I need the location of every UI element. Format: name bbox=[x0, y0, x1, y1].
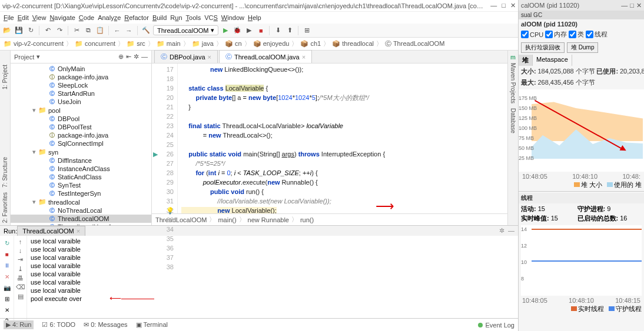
tab-maven[interactable]: Maven Projects bbox=[510, 61, 516, 106]
tree-item[interactable]: ⒸSleepLock bbox=[11, 81, 151, 89]
menu-analyze[interactable]: Analyze bbox=[98, 14, 121, 21]
close-icon[interactable]: ✕ bbox=[2, 305, 12, 315]
close-icon[interactable]: × bbox=[302, 54, 306, 61]
save-icon[interactable]: 💾 bbox=[14, 26, 24, 35]
breadcrumb-item[interactable]: 📦 cn bbox=[225, 40, 242, 48]
pause-icon[interactable]: ⏸ bbox=[2, 260, 12, 270]
menu-file[interactable]: FFileile bbox=[4, 14, 14, 21]
restore-icon[interactable]: ⊞ bbox=[2, 294, 12, 303]
tree-item[interactable]: ⒸInstanceAndClass bbox=[11, 165, 151, 173]
dump-icon[interactable]: 📷 bbox=[2, 283, 12, 292]
tab-database[interactable]: Database bbox=[510, 106, 516, 136]
editor-crumb-item[interactable]: new Runnable bbox=[248, 216, 289, 223]
visualgc-tab[interactable]: sual GC bbox=[519, 11, 644, 19]
exit-icon[interactable]: ⤫ bbox=[2, 272, 12, 281]
tree-item[interactable]: ⒸThreadLocalOOM bbox=[11, 215, 151, 223]
tree-item[interactable]: ⒸNoThreadLocal bbox=[11, 206, 151, 215]
chk-cpu[interactable]: CPU bbox=[521, 31, 543, 38]
print-icon[interactable]: 🖶 bbox=[17, 275, 24, 282]
chk-thread[interactable]: 线程 bbox=[586, 30, 608, 39]
menu-code[interactable]: Code bbox=[79, 14, 94, 21]
gear-icon[interactable]: ✲ bbox=[134, 53, 139, 61]
copy-icon[interactable]: ⧉ bbox=[84, 26, 93, 35]
console-output[interactable]: use local varaibleuse local varaibleuse … bbox=[27, 236, 518, 326]
menu-build[interactable]: Build bbox=[152, 14, 167, 21]
breadcrumb-item[interactable]: 📁 main bbox=[157, 40, 181, 48]
close-icon[interactable]: ✕ bbox=[636, 2, 642, 9]
breadcrumb-item[interactable]: 📦 threadlocal bbox=[332, 40, 374, 48]
vcs-update-icon[interactable]: ⬆ bbox=[285, 26, 294, 35]
gc-button[interactable]: 执行垃圾回收 bbox=[521, 42, 565, 53]
file-tab[interactable]: ⒸDBPool.java× bbox=[154, 50, 218, 63]
breadcrumb-item[interactable]: 📁 src bbox=[127, 40, 145, 48]
editor-crumb-item[interactable]: main() bbox=[218, 216, 236, 223]
down-icon[interactable]: ↓ bbox=[19, 247, 22, 254]
run-config-dropdown[interactable]: ThreadLocalOOM▾ bbox=[153, 25, 218, 35]
up-icon[interactable]: ↑ bbox=[19, 238, 22, 245]
gear-icon[interactable]: ✲ bbox=[499, 227, 504, 235]
tree-item[interactable]: ⒸDBPool bbox=[11, 115, 151, 123]
project-tree[interactable]: ⒸOnlyMainⓘpackage-info.javaⒸSleepLockⒸSt… bbox=[11, 63, 151, 225]
editor-crumb-item[interactable]: run() bbox=[300, 216, 314, 223]
undo-icon[interactable]: ↶ bbox=[43, 26, 52, 35]
tree-item[interactable]: ⒸOnlyMain bbox=[11, 65, 151, 73]
chk-mem[interactable]: 内存 bbox=[545, 30, 567, 39]
tab-favorites[interactable]: 2: Favorites bbox=[2, 190, 8, 225]
scroll-end-icon[interactable]: ⤓ bbox=[18, 265, 23, 273]
cut-icon[interactable]: ✂ bbox=[72, 26, 81, 35]
back-icon[interactable]: ← bbox=[112, 26, 122, 35]
redo-icon[interactable]: ↷ bbox=[55, 26, 64, 35]
scroll-from-icon[interactable]: ⊕ bbox=[118, 53, 124, 61]
minimize-icon[interactable]: — bbox=[490, 2, 497, 9]
build-icon[interactable]: 🔨 bbox=[141, 26, 151, 35]
breadcrumb-item[interactable]: 📁 concurrent bbox=[75, 40, 115, 48]
rerun-icon[interactable]: ↻ bbox=[2, 238, 12, 248]
tree-item[interactable]: ⒸTestIntegerSyn bbox=[11, 189, 151, 198]
forward-icon[interactable]: → bbox=[124, 26, 134, 35]
maximize-icon[interactable]: □ bbox=[630, 2, 634, 9]
wrap-icon[interactable]: ⇥ bbox=[18, 256, 23, 263]
maximize-icon[interactable]: □ bbox=[502, 2, 506, 9]
clear-icon[interactable]: ⌫ bbox=[16, 283, 25, 291]
file-tab[interactable]: ⒸThreadLocalOOM.java× bbox=[219, 50, 312, 63]
tree-item[interactable]: ⒸStartAndRun bbox=[11, 89, 151, 98]
breadcrumb-item[interactable]: 📁 java bbox=[192, 40, 214, 48]
tab-heap[interactable]: 堆 bbox=[519, 55, 533, 66]
breadcrumb-item[interactable]: 📁 vip-v2-concurrent bbox=[4, 40, 64, 48]
run-icon[interactable]: ▶ bbox=[221, 26, 230, 35]
breadcrumb-item[interactable]: 📦 enjoyedu bbox=[253, 40, 290, 48]
vcs-icon[interactable]: ⬇ bbox=[273, 26, 283, 35]
filter-icon[interactable]: ▤ bbox=[18, 293, 24, 300]
debug-icon[interactable]: 🐞 bbox=[233, 26, 242, 35]
structure-icon[interactable]: ⊞ bbox=[302, 26, 311, 35]
tree-item[interactable]: ⒸStaticAndClass bbox=[11, 173, 151, 181]
menu-help[interactable]: Help bbox=[248, 14, 261, 21]
menu-refactor[interactable]: Refactor bbox=[124, 14, 149, 21]
open-icon[interactable]: 📂 bbox=[2, 26, 12, 35]
tree-item[interactable]: ⒸUseJoin bbox=[11, 98, 151, 106]
menu-view[interactable]: View bbox=[32, 14, 47, 21]
menu-navigate[interactable]: Navigate bbox=[49, 14, 75, 21]
heapdump-button[interactable]: 堆 Dump bbox=[567, 42, 598, 53]
tree-item[interactable]: ▾📁threadlocal bbox=[11, 198, 151, 206]
tab-metaspace[interactable]: Metaspace bbox=[533, 55, 572, 66]
chk-class[interactable]: 类 bbox=[569, 30, 584, 39]
code-editor[interactable]: new LinkedBlockingQueue<>()); static cla… bbox=[178, 63, 507, 213]
menu-edit[interactable]: Edit bbox=[18, 14, 29, 21]
sync-icon[interactable]: ↻ bbox=[26, 26, 35, 35]
coverage-icon[interactable]: ▶ bbox=[244, 26, 254, 35]
tree-item[interactable]: ⒸSqlConnectImpl bbox=[11, 139, 151, 148]
hide-icon[interactable]: — bbox=[141, 53, 148, 61]
tree-item[interactable]: ⒸDBPoolTest bbox=[11, 123, 151, 131]
close-icon[interactable]: ✕ bbox=[510, 2, 516, 9]
tree-item[interactable]: ⒸDiffInstance bbox=[11, 156, 151, 165]
tree-item[interactable]: ▾📁syn bbox=[11, 148, 151, 156]
menu-vcs[interactable]: VCS bbox=[204, 14, 218, 21]
close-icon[interactable]: × bbox=[208, 54, 211, 61]
tree-item[interactable]: ▾📁pool bbox=[11, 106, 151, 115]
stop-icon[interactable]: ■ bbox=[256, 26, 265, 35]
chevron-down-icon[interactable]: ▾ bbox=[36, 53, 40, 61]
tree-item[interactable]: ⓘpackage-info.java bbox=[11, 73, 151, 81]
breadcrumb-item[interactable]: Ⓒ ThreadLocalOOM bbox=[385, 39, 444, 48]
menu-tools[interactable]: Tools bbox=[186, 14, 201, 21]
